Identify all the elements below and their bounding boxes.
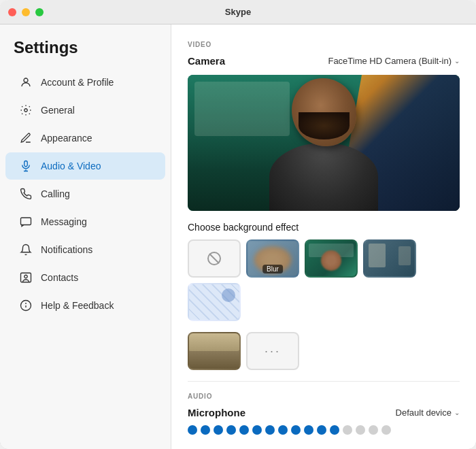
effect-office1[interactable]: [305, 239, 358, 278]
microphone-value: Default device: [396, 408, 452, 418]
audio-section-label: AUDIO: [188, 393, 460, 400]
effects-grid: Blur: [188, 239, 460, 321]
chat-icon: [19, 215, 33, 229]
mic-level-dot-inactive: [381, 425, 391, 435]
mic-level-dot: [317, 425, 326, 435]
mic-icon: [19, 159, 33, 173]
sidebar-item-notifications-label: Notifications: [41, 244, 92, 255]
phone-icon: [19, 187, 33, 201]
mic-level-dot-inactive: [343, 425, 352, 435]
sidebar-item-notifications[interactable]: Notifications: [5, 236, 165, 263]
window-title: Skype: [225, 7, 251, 17]
svg-rect-3: [21, 218, 31, 225]
effect-room[interactable]: [188, 332, 241, 370]
mic-level-dot: [304, 425, 313, 435]
settings-content: VIDEO Camera FaceTime HD Camera (Built-i…: [171, 24, 476, 449]
svg-rect-2: [24, 161, 28, 167]
mic-level-dot: [278, 425, 288, 435]
sidebar-item-audio-video[interactable]: Audio & Video: [5, 152, 165, 180]
traffic-lights: [8, 8, 44, 16]
camera-value: FaceTime HD Camera (Built-in): [328, 56, 452, 66]
blur-label: Blur: [262, 265, 283, 273]
sidebar-item-appearance-label: Appearance: [41, 133, 92, 144]
more-effects-icon: ···: [248, 333, 298, 369]
microphone-level: [188, 425, 460, 435]
mic-level-dot: [239, 425, 249, 435]
effect-blur[interactable]: Blur: [246, 239, 299, 278]
svg-point-5: [24, 275, 28, 278]
brush-icon: [19, 131, 33, 145]
mic-level-dot: [265, 425, 275, 435]
effect-none[interactable]: [188, 239, 241, 278]
sidebar-item-messaging[interactable]: Messaging: [5, 208, 165, 235]
close-button[interactable]: [8, 8, 16, 16]
bell-icon: [19, 243, 33, 256]
svg-point-1: [24, 109, 28, 112]
person-icon: [19, 76, 33, 89]
minimize-button[interactable]: [22, 8, 30, 16]
gear-icon: [19, 103, 33, 117]
sidebar-item-help[interactable]: Help & Feedback: [5, 292, 165, 319]
microphone-row: Microphone Default device ⌄: [188, 407, 460, 418]
mic-level-dot-inactive: [356, 425, 365, 435]
svg-point-0: [24, 78, 28, 82]
sidebar-item-help-label: Help & Feedback: [41, 300, 114, 311]
sidebar-item-account[interactable]: Account & Profile: [5, 69, 165, 96]
audio-section: AUDIO Microphone Default device ⌄: [188, 393, 460, 435]
video-section-label: VIDEO: [188, 41, 460, 48]
mic-level-dot: [201, 425, 210, 435]
contacts-icon: [19, 271, 33, 284]
effects-grid-row2: ···: [188, 332, 460, 370]
svg-rect-4: [21, 273, 31, 282]
main-content: Settings Account & Profile: [0, 24, 476, 449]
titlebar: Skype: [0, 0, 476, 24]
info-icon: [19, 299, 33, 312]
sidebar-item-audio-video-label: Audio & Video: [41, 161, 101, 171]
chevron-down-icon: ⌄: [454, 57, 460, 65]
mic-level-dot: [252, 425, 262, 435]
mic-level-dot: [291, 425, 301, 435]
sidebar-item-account-label: Account & Profile: [41, 77, 114, 88]
mic-level-dot: [188, 425, 197, 435]
sidebar-item-messaging-label: Messaging: [41, 216, 87, 227]
mic-level-dot: [226, 425, 236, 435]
microphone-label: Microphone: [188, 407, 245, 418]
effect-office2[interactable]: [363, 239, 416, 278]
effect-more[interactable]: ···: [246, 332, 299, 370]
sidebar-item-contacts-label: Contacts: [41, 272, 78, 283]
mic-level-dot: [330, 425, 339, 435]
sidebar-item-appearance[interactable]: Appearance: [5, 124, 165, 152]
sidebar-item-calling-label: Calling: [41, 188, 70, 199]
sidebar-item-general-label: General: [41, 105, 75, 116]
background-effects-section: Choose background effect: [188, 222, 460, 370]
sidebar-item-calling[interactable]: Calling: [5, 180, 165, 207]
maximize-button[interactable]: [35, 8, 44, 16]
sidebar: Settings Account & Profile: [0, 24, 171, 449]
microphone-dropdown[interactable]: Default device ⌄: [396, 408, 460, 418]
camera-label: Camera: [188, 55, 225, 67]
sidebar-title: Settings: [0, 38, 171, 68]
camera-preview: [188, 75, 460, 211]
camera-dropdown[interactable]: FaceTime HD Camera (Built-in) ⌄: [328, 56, 460, 66]
section-divider: [188, 381, 460, 382]
svg-line-10: [209, 254, 219, 263]
sidebar-nav: Account & Profile General: [0, 68, 171, 449]
video-section: VIDEO Camera FaceTime HD Camera (Built-i…: [188, 41, 460, 370]
sidebar-item-general[interactable]: General: [5, 97, 165, 124]
mic-level-dot-inactive: [369, 425, 378, 435]
no-effect-icon: [189, 241, 239, 276]
chevron-down-icon-mic: ⌄: [454, 409, 460, 416]
background-effect-label: Choose background effect: [188, 222, 460, 233]
camera-row: Camera FaceTime HD Camera (Built-in) ⌄: [188, 55, 460, 67]
effect-pattern[interactable]: [188, 283, 241, 321]
mic-level-dot: [214, 425, 223, 435]
sidebar-item-contacts[interactable]: Contacts: [5, 264, 165, 291]
app-window: Skype Settings Account & Profile: [0, 0, 476, 449]
